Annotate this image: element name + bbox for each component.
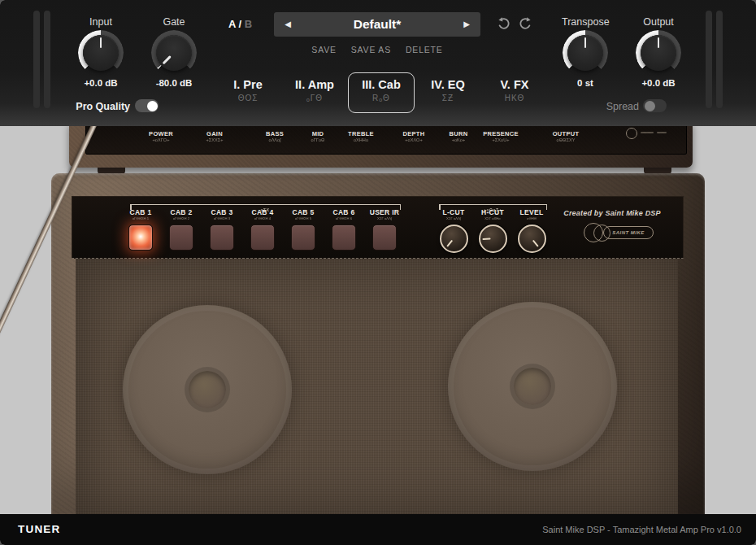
tab-eq[interactable]: IV. EQΣƵ <box>415 72 481 113</box>
cab-select-row: CAB 1oΓΘΘΣΗ 1 CAB 2oΓΘΘΣΗ 2 CAB 3oΓΘΘΣΗ … <box>120 208 405 251</box>
preset-prev-icon[interactable]: ◀ <box>274 12 302 37</box>
section-tabs: I. PreΘΟΣ II. AmpₒΓΘ III. CabRₒΘ IV. EQΣ… <box>215 72 548 113</box>
cabinet-grille <box>76 258 678 514</box>
spread-toggle[interactable] <box>643 99 667 112</box>
cab-button-5[interactable]: CAB 5oΓΘΘΣΗ 5 <box>283 208 324 251</box>
tab-amp[interactable]: II. AmpₒΓΘ <box>281 72 348 113</box>
input-knob[interactable]: Input +0.0 dB <box>77 16 124 89</box>
level-dial[interactable] <box>518 225 546 253</box>
panel-control-burn: BURN+oΚo+ <box>450 130 468 143</box>
level-knob[interactable]: LEVELoΘΗΘ <box>512 208 551 253</box>
saint-mike-emblem-icon: SAINT MIKE <box>582 222 671 243</box>
speaker-left <box>123 305 292 474</box>
hcut-dial[interactable] <box>479 225 507 253</box>
panel-control-gain: GAIN+ΣΧΧΣ+ <box>204 130 225 143</box>
redo-icon[interactable] <box>518 16 534 33</box>
tab-pre[interactable]: I. PreΘΟΣ <box>215 72 281 113</box>
badge-circle-icon <box>626 128 637 139</box>
user-ir-button[interactable]: USER IRΧΣΓ oΛΛʃ <box>364 208 405 251</box>
ab-preset-switch[interactable]: A / B <box>228 18 252 30</box>
cab-button-2[interactable]: CAB 2oΓΘΘΣΗ 2 <box>161 208 202 251</box>
panel-control-power: POWER+oΧΓΟ+ <box>149 130 173 143</box>
panel-control-output: OUTPUToΘΘΣΧΥ <box>553 130 580 143</box>
lcut-dial[interactable] <box>440 225 468 253</box>
pro-quality-label: Pro Quality <box>49 101 130 112</box>
cab-5-led-button[interactable] <box>291 225 315 251</box>
footer-bar: TUNER Saint Mike DSP - Tamazight Metal A… <box>0 514 756 545</box>
cab-2-led-button[interactable] <box>169 225 193 251</box>
save-button[interactable]: SAVE <box>311 45 336 54</box>
speaker-right <box>448 302 617 471</box>
panel-control-depth: DEPTH+oΧΛΟ+ <box>403 130 425 143</box>
preset-selector: ◀ Default* ▶ <box>274 12 480 37</box>
amp-logo-badge <box>626 126 675 139</box>
plugin-credit-text: Saint Mike DSP - Tamazight Metal Amp Pro… <box>542 525 741 534</box>
panel-control-presence: PRESENCE+ΣΧoU+ <box>483 130 519 143</box>
transpose-knob[interactable]: Transpose 0 st <box>562 16 609 89</box>
cab-4-led-button[interactable] <box>250 225 275 251</box>
preset-actions: SAVE SAVE AS DELETE <box>274 45 480 54</box>
amp-head-panel: POWER+oΧΓΟ+ GAIN+ΣΧΧΣ+ BASSoΛΛoʃ MIDoΓΓo… <box>85 122 687 155</box>
spread-label: Spread <box>569 101 639 112</box>
undo-icon[interactable] <box>497 16 513 33</box>
amp-head: POWER+oΧΓΟ+ GAIN+ΣΧΧΣ+ BASSoΛΛoʃ MIDoΓΓo… <box>69 120 693 168</box>
speaker-dust-cap <box>514 368 551 405</box>
user-ir-led-button[interactable] <box>372 225 397 251</box>
input-meter-left <box>33 11 40 108</box>
preset-next-icon[interactable]: ▶ <box>453 12 480 37</box>
tab-fx[interactable]: V. FXΗΚΘ <box>481 72 548 113</box>
pro-quality-toggle[interactable] <box>135 99 159 112</box>
cab-3-led-button[interactable] <box>210 225 234 251</box>
input-value: +0.0 dB <box>77 78 124 88</box>
panel-control-mid: MIDoΓΓoΘ <box>310 130 327 143</box>
gate-knob[interactable]: Gate -80.0 dB <box>150 16 198 89</box>
transpose-value: 0 st <box>562 78 609 88</box>
cab-button-3[interactable]: CAB 3oΓΘΘΣΗ 3 <box>202 208 242 251</box>
tab-cab[interactable]: III. CabRₒΘ <box>348 72 415 113</box>
output-meter-right <box>716 11 723 108</box>
gate-value: -80.0 dB <box>150 78 198 88</box>
cab-1-led-button[interactable] <box>128 225 153 251</box>
delete-button[interactable]: DELETE <box>406 45 443 54</box>
output-knob[interactable]: Output +0.0 dB <box>635 16 682 89</box>
cab-knob-row: L-CUTΧΣΓ oΛΛʃ H-CUTΧΣΓ oΧΗo LEVELoΘΗΘ <box>434 208 551 253</box>
panel-control-bass: BASSoΛΛoʃ <box>266 130 284 143</box>
speaker-dust-cap <box>189 371 226 408</box>
created-by-text: Created by Saint Mike DSP <box>551 209 673 217</box>
header-bar: Input +0.0 dB Gate -80.0 dB Transpose 0 … <box>0 0 756 126</box>
output-value: +0.0 dB <box>635 78 682 88</box>
save-as-button[interactable]: SAVE AS <box>351 45 391 54</box>
preset-name[interactable]: Default* <box>302 12 453 37</box>
cab-6-led-button[interactable] <box>332 225 356 251</box>
cab-button-4[interactable]: CAB 4oΓΘΘΣΗ 4 <box>242 208 283 251</box>
output-meter-left <box>706 11 712 108</box>
tuner-button[interactable]: TUNER <box>18 523 61 535</box>
input-meter-right <box>44 11 50 108</box>
cab-button-6[interactable]: CAB 6oΓΘΘΣΗ 6 <box>324 208 364 251</box>
lcut-knob[interactable]: L-CUTΧΣΓ oΛΛʃ <box>434 208 473 253</box>
panel-control-treble: TREBLEoΧΗΗo <box>348 130 374 143</box>
hcut-knob[interactable]: H-CUTΧΣΓ oΧΗo <box>473 208 512 253</box>
plugin-window: POWER+oΧΓΟ+ GAIN+ΣΧΧΣ+ BASSoΛΛoʃ MIDoΓΓo… <box>0 0 756 545</box>
cab-button-1[interactable]: CAB 1oΓΘΘΣΗ 1 <box>120 208 161 251</box>
